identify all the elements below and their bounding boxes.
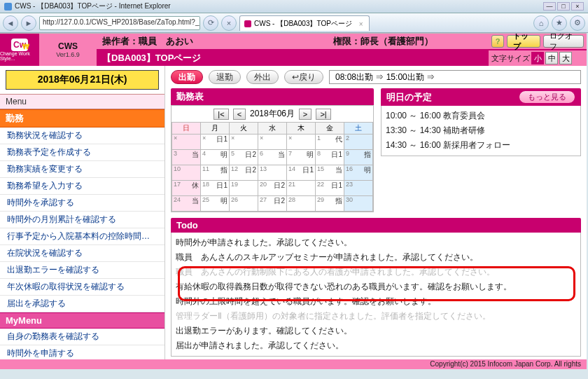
todo-item[interactable]: 職員 あんさんの行動制限下にある人の看護が申請されました。承認してください。	[176, 265, 576, 280]
dow-fri: 金	[316, 123, 344, 135]
cal-cell[interactable]: 3当	[172, 150, 201, 165]
cal-cell[interactable]: 16明	[344, 165, 373, 181]
cal-cell[interactable]: 7明	[287, 150, 316, 165]
sidebar-item[interactable]: 勤務希望を入力する	[0, 178, 164, 195]
cal-cell[interactable]: 27日2	[258, 196, 287, 212]
cal-last-button[interactable]: >|	[316, 109, 331, 120]
tab-close-icon[interactable]: ×	[359, 20, 363, 28]
cal-cell[interactable]: 30	[344, 196, 373, 212]
cal-first-button[interactable]: |<	[214, 109, 229, 120]
sidebar-item[interactable]: 年次休暇の取得状況を確認する	[0, 279, 164, 296]
tomorrow-items: 10:00 ～ 16:00 教育委員会13:30 ～ 14:30 補助者研修14…	[381, 106, 581, 156]
cal-cell[interactable]: 29指	[316, 196, 344, 212]
sidebar-item[interactable]: 届出を承認する	[0, 296, 164, 312]
cal-cell[interactable]: 19	[230, 181, 258, 196]
cal-cell[interactable]: ×	[230, 135, 258, 150]
favorites-button[interactable]: ★	[552, 15, 567, 31]
cal-cell[interactable]: 12日2	[230, 165, 258, 181]
todo-item[interactable]: 時間外の上限時間を超えている職員がいます。確認をお願いします。	[176, 294, 576, 309]
cal-cell[interactable]: 17休	[172, 181, 201, 196]
app-header: Cw Change Work Style... CWS Ver1.6.9 操作者…	[0, 34, 587, 66]
schedule-item[interactable]: 10:00 ～ 16:00 教育委員会	[386, 109, 576, 123]
cal-cell[interactable]: 24当	[172, 196, 201, 212]
address-bar[interactable]: http://127.0.0.1/CWS_HP2018/Base/ZaTop.h…	[39, 16, 200, 30]
page-code: 【DBA003】TOPページ	[102, 52, 201, 64]
todo-item[interactable]: 時間外が申請されました。承認してください。	[176, 235, 576, 250]
cal-cell[interactable]: 23	[344, 181, 373, 196]
cal-cell[interactable]: 28	[287, 196, 316, 212]
cal-cell[interactable]: 14日1	[287, 165, 316, 181]
sidebar-item[interactable]: 時間外を承認する	[0, 195, 164, 212]
tools-button[interactable]: ⚙	[570, 15, 585, 31]
cal-cell[interactable]: 1代	[316, 135, 344, 150]
home-button[interactable]: ⌂	[533, 15, 549, 31]
brand-name: Change Work Style...	[0, 51, 39, 61]
cal-next-button[interactable]: >	[299, 109, 312, 120]
go-out-button[interactable]: 外出	[246, 70, 279, 84]
cal-cell[interactable]: 25明	[201, 196, 230, 212]
return-button[interactable]: 戻り	[284, 70, 323, 84]
sidebar-cat-work[interactable]: 勤務	[0, 109, 164, 128]
close-button[interactable]: ×	[571, 2, 584, 11]
cal-cell[interactable]: 10	[172, 165, 201, 181]
forward-button[interactable]: ►	[21, 15, 36, 31]
cal-cell[interactable]: 11指	[201, 165, 230, 181]
sidebar-item[interactable]: 出退勤エラーを確認する	[0, 262, 164, 279]
cal-cell[interactable]: ×	[258, 135, 287, 150]
clock-out-button[interactable]: 退勤	[209, 70, 241, 84]
cal-cell[interactable]: 6当	[258, 150, 287, 165]
cal-cell[interactable]: 22日1	[316, 181, 344, 196]
todo-item[interactable]: 職員 あんさんのスキルアップセミナーが申請されました。承認してください。	[176, 250, 576, 265]
sidebar-item[interactable]: 勤務表予定を作成する	[0, 144, 164, 161]
cal-cell[interactable]: 8日1	[316, 150, 344, 165]
window-controls: — □ ×	[543, 2, 584, 11]
cal-cell[interactable]: 20日2	[258, 181, 287, 196]
cal-prev-button[interactable]: <	[233, 109, 246, 120]
more-button[interactable]: もっと見る	[519, 90, 575, 104]
sidebar-item[interactable]: 時間外を申請する	[0, 345, 164, 359]
cal-cell[interactable]: 13	[258, 165, 287, 181]
system-name: CWS	[58, 41, 78, 51]
cal-cell[interactable]: 18日1	[201, 181, 230, 196]
cal-cell[interactable]: 26	[230, 196, 258, 212]
sidebar-item[interactable]: 勤務状況を確認する	[0, 128, 164, 144]
refresh-button[interactable]: ⟳	[203, 15, 218, 31]
browser-tab[interactable]: CWS - 【DBA003】TOPページ ×	[239, 15, 370, 31]
todo-item[interactable]: 出退勤エラーがあります。確認してください。	[176, 324, 576, 338]
sidebar-item[interactable]: 行事予定から入院基本料の控除時間を…	[0, 228, 164, 245]
cal-cell[interactable]: 9指	[344, 150, 373, 165]
tomorrow-title: 明日の予定 もっと見る	[381, 88, 581, 106]
cal-cell[interactable]: ×	[287, 135, 316, 150]
back-button[interactable]: ◄	[3, 15, 18, 31]
cal-cell[interactable]: ×	[172, 135, 201, 150]
cal-cell[interactable]: 15当	[316, 165, 344, 181]
font-mid-button[interactable]: 中	[545, 52, 558, 64]
todo-item[interactable]: 有給休暇の取得義務日数が取得できない恐れのある職員がいます。確認をお願いします。	[176, 280, 576, 294]
sidebar-item[interactable]: 自身の勤務表を確認する	[0, 329, 164, 345]
font-large-button[interactable]: 大	[559, 52, 572, 64]
cal-cell[interactable]: 4明	[201, 150, 230, 165]
top-button[interactable]: トップ	[507, 35, 540, 48]
calendar-month: 2018年06月	[250, 108, 295, 120]
clock-in-button[interactable]: 出勤	[171, 70, 203, 84]
todo-item[interactable]: 管理ラダーⅡ（看護師用）の対象者に指定されました。評価者を指定してください。	[176, 309, 576, 324]
cal-cell[interactable]: 21	[287, 181, 316, 196]
minimize-button[interactable]: —	[543, 2, 556, 11]
help-button[interactable]: ?	[491, 35, 504, 48]
cal-cell[interactable]: 2	[344, 135, 373, 150]
font-small-button[interactable]: 小	[531, 52, 544, 64]
schedule-item[interactable]: 14:30 ～ 16:00 新採用者フォロー	[386, 138, 576, 153]
sidebar: 2018年06月21日(木) Menu 勤務 勤務状況を確認する勤務表予定を作成…	[0, 66, 165, 359]
logoff-button[interactable]: ログオフ	[543, 35, 584, 48]
sidebar-item[interactable]: 在院状況を確認する	[0, 245, 164, 262]
cal-cell[interactable]: ×日1	[201, 135, 230, 150]
maximize-button[interactable]: □	[557, 2, 570, 11]
sidebar-item[interactable]: 勤務実績を変更する	[0, 161, 164, 178]
schedule-item[interactable]: 13:30 ～ 14:30 補助者研修	[386, 123, 576, 138]
sidebar-cat-mymenu[interactable]: MyMenu	[0, 312, 164, 329]
dow-tue: 火	[230, 123, 258, 135]
stop-button[interactable]: ×	[221, 15, 237, 31]
cal-cell[interactable]: 5日2	[230, 150, 258, 165]
todo-item[interactable]: 届出が申請されました。承認してください。	[176, 338, 576, 353]
sidebar-item[interactable]: 時間外の月別累計を確認する	[0, 212, 164, 228]
